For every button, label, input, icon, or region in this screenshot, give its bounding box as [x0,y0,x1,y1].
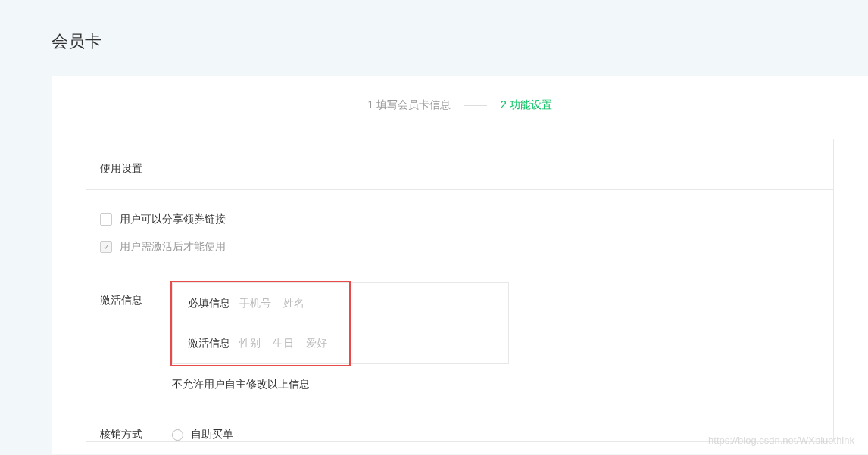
required-tag-0: 手机号 [239,297,271,310]
activation-info-body: 必填信息 手机号 姓名 激活信息 性别 生日 爱好 不允许用户自主修改以上信息 [172,282,509,391]
checkbox-row-activation: 用户需激活后才能使用 [86,240,833,254]
required-info-label: 必填信息 [188,297,230,310]
required-info-row: 必填信息 手机号 姓名 [173,283,508,323]
activation-info-label: 激活信息 [100,282,172,307]
checkbox-require-activation[interactable] [100,241,112,253]
main-card: 1 填写会员卡信息 2 功能设置 使用设置 用户可以分享领券链接 用户需激活后才… [52,76,868,454]
activation-info-table: 必填信息 手机号 姓名 激活信息 性别 生日 爱好 [172,282,509,364]
checkbox-require-activation-label: 用户需激活后才能使用 [120,240,226,254]
activation-tag-1: 生日 [273,337,294,351]
checkbox-share-link[interactable] [100,213,112,226]
required-tag-1: 姓名 [283,297,304,310]
activation-tag-0: 性别 [239,337,261,351]
step-divider [464,105,487,106]
activation-info-row: 激活信息 必填信息 手机号 姓名 激活信息 性别 生日 爱好 [86,282,833,391]
watermark: https://blog.csdn.net/WXbluethink [708,435,854,446]
radio-self-checkout[interactable] [172,429,183,441]
step-2[interactable]: 2 功能设置 [501,98,552,112]
verification-label: 核销方式 [100,428,172,441]
page-title: 会员卡 [0,0,868,76]
activation-hint: 不允许用户自主修改以上信息 [172,378,509,391]
steps-indicator: 1 填写会员卡信息 2 功能设置 [52,76,868,139]
activation-detail-row: 激活信息 性别 生日 爱好 [173,323,508,363]
step-1[interactable]: 1 填写会员卡信息 [367,98,451,112]
activation-tag-2: 爱好 [306,337,327,351]
checkbox-row-share: 用户可以分享领券链接 [86,213,833,226]
activation-detail-label: 激活信息 [188,337,230,351]
checkbox-share-link-label: 用户可以分享领券链接 [120,213,226,226]
radio-self-checkout-label: 自助买单 [191,428,233,441]
section-title-usage: 使用设置 [86,162,833,190]
content-panel: 使用设置 用户可以分享领券链接 用户需激活后才能使用 激活信息 必填信息 手机号… [86,139,834,442]
